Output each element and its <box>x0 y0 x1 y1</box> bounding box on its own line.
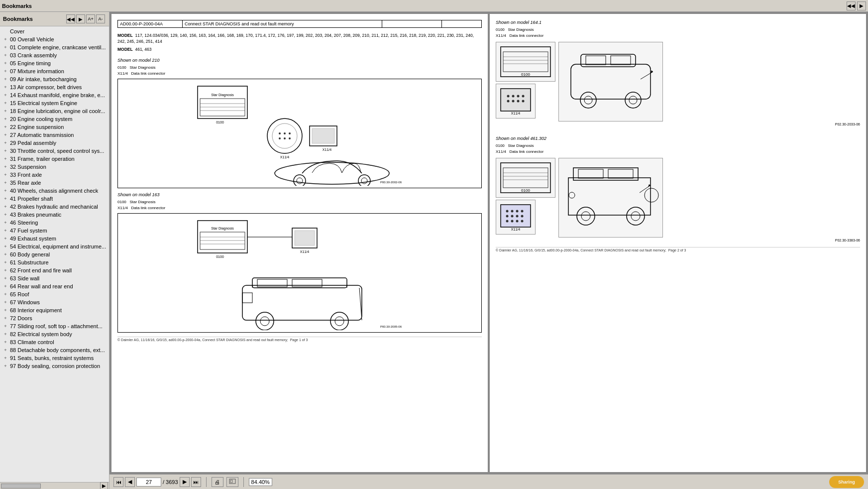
sidebar-item-43[interactable]: + 43 Brakes pneumatic <box>0 211 109 219</box>
p2-s1-ref: P02.30-2033-06 <box>496 122 860 126</box>
p2-s1-code2: X11/4 <box>496 33 506 38</box>
sidebar-item-09[interactable]: + 09 Air intake, turbocharging <box>0 75 109 83</box>
download-btn[interactable] <box>226 477 238 487</box>
sidebar-item-30[interactable]: + 30 Throttle control, speed control sys… <box>0 147 109 155</box>
sidebar-item-01[interactable]: + 01 Complete engine, crankcase ventil..… <box>0 43 109 51</box>
sidebar-item-35[interactable]: + 35 Rear axle <box>0 179 109 187</box>
sidebar-item-20[interactable]: + 20 Engine cooling system <box>0 115 109 123</box>
bookmark-label-09: 09 Air intake, turbocharging <box>10 76 77 82</box>
p2-s2-label2: Data link connector <box>510 149 543 154</box>
sidebar-item-47[interactable]: + 47 Fuel system <box>0 227 109 235</box>
expand-icon-62: + <box>2 267 9 274</box>
sidebar-item-62[interactable]: + 62 Front end and fire wall <box>0 266 109 274</box>
sidebar-item-32[interactable]: + 32 Suspension <box>0 163 109 171</box>
sidebar-item-83[interactable]: + 83 Climate control <box>0 338 109 346</box>
sidebar-item-27[interactable]: + 27 Automatic transmission <box>0 131 109 139</box>
nav-fwd-btn[interactable]: ▶ <box>857 1 866 10</box>
model-line-1: MODEL 117, 124.034/036, 129, 140, 156, 1… <box>117 33 482 45</box>
sidebar-item-40[interactable]: + 40 Wheels, chassis alignment check <box>0 187 109 195</box>
sidebar-nav-next[interactable]: ▶ <box>76 14 85 23</box>
bookmark-label-30: 30 Throttle control, speed control sys..… <box>10 148 104 154</box>
expand-icon-00: + <box>2 36 9 43</box>
sidebar-nav-prev[interactable]: ◀◀ <box>66 14 75 23</box>
sidebar-item-31[interactable]: + 31 Frame, trailer operation <box>0 155 109 163</box>
sidebar-item-77[interactable]: + 77 Sliding roof, soft top - attachment… <box>0 322 109 330</box>
expand-icon-31: + <box>2 155 9 162</box>
page-number-input[interactable] <box>136 478 161 487</box>
expand-icon-72: + <box>2 315 9 322</box>
sidebar-item-15[interactable]: + 15 Electrical system Engine <box>0 99 109 107</box>
sidebar-item-cover[interactable]: Cover <box>0 27 109 35</box>
sidebar-item-64[interactable]: + 64 Rear wall and rear end <box>0 282 109 290</box>
svg-point-11 <box>289 132 291 134</box>
sidebar-item-91[interactable]: + 91 Seats, bunks, restraint systems <box>0 354 109 362</box>
sidebar-scrollbar-thumb[interactable] <box>1 484 41 489</box>
svg-rect-98 <box>608 169 633 178</box>
sidebar-header: Bookmarks ◀◀ ▶ A+ A- <box>0 12 109 26</box>
sidebar-item-68[interactable]: + 68 Interior equipment <box>0 306 109 314</box>
print-btn[interactable]: 🖨 <box>212 477 223 487</box>
sidebar-item-05[interactable]: + 05 Engine timing <box>0 59 109 67</box>
svg-rect-97 <box>578 169 603 178</box>
sidebar-item-41[interactable]: + 41 Propeller shaft <box>0 195 109 203</box>
sidebar-item-54[interactable]: + 54 Electrical, equipment and instrume.… <box>0 243 109 250</box>
toolbar-sep-2 <box>243 477 244 487</box>
p2-s2-ref-text: P02.30-3383-06 <box>835 239 860 242</box>
nav-next-btn[interactable]: ▶ <box>180 477 190 487</box>
svg-text:X11/4: X11/4 <box>323 148 331 151</box>
svg-point-22 <box>297 178 303 184</box>
bookmark-label-60: 60 Body general <box>10 251 50 257</box>
doc-header-table: AD00.00-P-2000-04A Connect STAR DIAGNOSI… <box>117 20 482 28</box>
sidebar-font-decrease[interactable]: A- <box>96 14 105 23</box>
sidebar-item-14[interactable]: + 14 Exhaust manifold, engine brake, e..… <box>0 91 109 99</box>
sidebar-item-00[interactable]: + 00 Overall Vehicle <box>0 35 109 43</box>
sidebar-item-67[interactable]: + 67 Windows <box>0 298 109 306</box>
download-icon <box>229 479 236 486</box>
sidebar-item-42[interactable]: + 42 Brakes hydraulic and mechanical <box>0 203 109 211</box>
svg-point-101 <box>581 212 590 221</box>
sidebar-item-63[interactable]: + 63 Side wall <box>0 274 109 282</box>
sidebar-item-29[interactable]: + 29 Pedal assembly <box>0 139 109 147</box>
p2-section2-legend: 0100 Star Diagnosis X11/4 Data link conn… <box>496 143 860 155</box>
expand-icon-43: + <box>2 211 9 218</box>
expand-icon-cover <box>2 28 9 35</box>
sidebar-item-82[interactable]: + 82 Electrical system body <box>0 330 109 338</box>
expand-icon-14: + <box>2 92 9 99</box>
sidebar-item-46[interactable]: + 46 Steering <box>0 219 109 227</box>
svg-point-90 <box>506 220 509 223</box>
expand-icon-33: + <box>2 171 9 178</box>
expand-icon-22: + <box>2 123 9 130</box>
sidebar-item-33[interactable]: + 33 Front axle <box>0 171 109 179</box>
nav-prev-btn[interactable]: ◀ <box>125 477 135 487</box>
nav-first-btn[interactable]: ⏮ <box>113 477 123 487</box>
sidebar-item-03[interactable]: + 03 Crank assembly <box>0 51 109 59</box>
sidebar-item-18[interactable]: + 18 Engine lubrication, engine oil cool… <box>0 107 109 115</box>
svg-point-58 <box>517 95 520 98</box>
page2-section-1: Shown on model 164.1 0100 Star Diagnosis… <box>496 20 860 126</box>
sidebar-item-13[interactable]: + 13 Air compressor, belt drives <box>0 83 109 91</box>
sidebar-item-97[interactable]: + 97 Body sealing, corrosion protection <box>0 362 109 370</box>
nav-last-btn[interactable]: ⏭ <box>191 477 201 487</box>
sidebar-item-61[interactable]: + 61 Substructure <box>0 258 109 266</box>
sidebar-item-88[interactable]: + 88 Detachable body components, ext... <box>0 346 109 354</box>
sidebar-item-60[interactable]: + 60 Body general <box>0 250 109 258</box>
sidebar-item-49[interactable]: + 49 Exhaust system <box>0 235 109 243</box>
svg-point-82 <box>506 210 509 213</box>
sidebar-expand-btn[interactable]: ▶ <box>100 482 108 489</box>
sidebar-item-65[interactable]: + 65 Roof <box>0 290 109 298</box>
sidebar-scrollbar[interactable]: ▶ <box>0 482 109 489</box>
bookmark-label-07: 07 Mixture information <box>10 68 64 74</box>
svg-point-86 <box>506 215 509 218</box>
expand-icon-67: + <box>2 299 9 306</box>
diagram-svg-1: Star Diagnosis 0100 <box>120 81 479 186</box>
nav-back-btn[interactable]: ◀◀ <box>847 1 856 10</box>
svg-text:P00.30-2005-06: P00.30-2005-06 <box>380 325 402 328</box>
sidebar-item-72[interactable]: + 72 Doors <box>0 314 109 322</box>
sidebar-item-07[interactable]: + 07 Mixture information <box>0 67 109 75</box>
sidebar-item-22[interactable]: + 22 Engine suspension <box>0 123 109 131</box>
expand-icon-32: + <box>2 163 9 170</box>
svg-point-93 <box>521 220 524 223</box>
sidebar-font-increase[interactable]: A+ <box>86 14 95 23</box>
diagram-section-1: Shown on model 210 0100 Star Diagnosis X… <box>117 58 482 188</box>
svg-text:P00.30-2002-06: P00.30-2002-06 <box>380 181 402 184</box>
